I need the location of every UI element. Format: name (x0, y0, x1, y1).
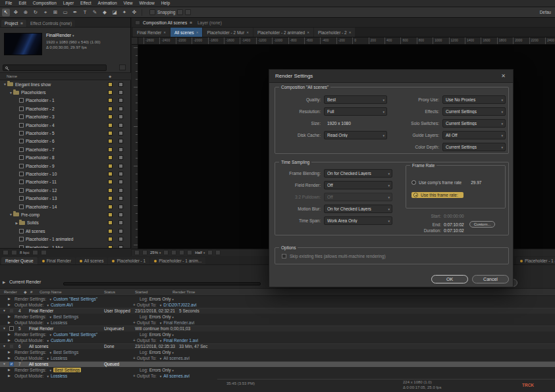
snapshot-icon[interactable] (179, 250, 184, 255)
twirl-icon[interactable]: ▶ (8, 367, 11, 373)
label-color-chip[interactable] (108, 212, 113, 217)
skip-existing-checkbox[interactable] (282, 254, 286, 258)
dropdown-caret-icon[interactable]: ▼ (46, 357, 49, 360)
tab-effect-controls[interactable]: Effect Controls (none) (27, 20, 75, 27)
rotation-tool-icon[interactable]: ↻ (32, 9, 40, 16)
tree-item[interactable]: All scenes (0, 227, 131, 235)
label-color-chip[interactable] (108, 172, 113, 176)
snapping-control[interactable]: Snapping (149, 9, 191, 15)
label-color-chip[interactable] (108, 107, 113, 111)
twirl-icon[interactable]: ▶ (8, 337, 11, 343)
use-this-frame-rate-radio[interactable] (413, 193, 418, 197)
log-value[interactable]: Errors Only (149, 368, 171, 372)
tree-item[interactable]: Placeholder - 1 animated (0, 235, 131, 243)
label-color-chip[interactable] (108, 180, 113, 184)
comp-tab-final-render[interactable]: Final Render✕ (133, 28, 170, 37)
resolution-select[interactable]: Full▾ (324, 107, 387, 116)
twirl-icon[interactable]: ▶ (8, 355, 11, 361)
dropdown-caret-icon[interactable]: ▼ (49, 369, 51, 372)
menu-item-help[interactable]: Help (158, 0, 173, 7)
delete-icon[interactable] (41, 250, 47, 255)
disk-cache-select[interactable]: Read Only▾ (324, 131, 387, 139)
tab-composition-viewer[interactable]: Composition All scenes ≡ (135, 20, 192, 25)
dropdown-caret-icon[interactable]: ▼ (159, 357, 162, 360)
frame-blending-select[interactable]: On for Checked Layers▾ (324, 169, 392, 178)
pan-behind-tool-icon[interactable]: ⊞ (51, 9, 59, 16)
workspace-button[interactable]: Defau (540, 10, 553, 14)
label-column-icon[interactable]: ◆ (109, 73, 111, 80)
type-tool-icon[interactable]: T (81, 9, 89, 16)
tree-item[interactable]: ▼Pre-comp (0, 210, 131, 218)
log-value[interactable]: Errors Only (149, 297, 171, 301)
tree-item[interactable]: Placeholder - 1 Mur (0, 243, 131, 248)
project-flowchart-icon[interactable] (119, 64, 126, 70)
queue-item-row[interactable]: ▼✓7All scenesQueued (0, 361, 555, 367)
eraser-tool-icon[interactable]: ◪ (111, 9, 119, 16)
dropdown-caret-icon[interactable]: ▼ (49, 316, 51, 319)
tree-item[interactable]: Placeholder - 7 (0, 145, 131, 153)
tab-layer-viewer[interactable]: Layer (none) (198, 20, 222, 25)
menu-item-file[interactable]: File (2, 0, 15, 7)
quality-select[interactable]: Best▾ (324, 95, 387, 104)
twirl-icon[interactable]: ▼ (3, 343, 6, 349)
dropdown-caret-icon[interactable]: ▼ (49, 333, 51, 337)
tree-item[interactable]: ▶Solids (0, 219, 131, 227)
dropdown-caret-icon[interactable]: ▼ (49, 351, 51, 355)
label-color-chip[interactable] (108, 220, 113, 225)
add-output-icon[interactable]: + (133, 320, 136, 325)
tree-item[interactable]: Placeholder - 12 (0, 186, 131, 194)
output-file-link[interactable]: D:\D20\TJ022.avi (163, 303, 196, 307)
add-output-icon[interactable]: + (133, 303, 136, 307)
tree-item[interactable]: Placeholder - 4 (0, 121, 131, 129)
tree-item[interactable]: Placeholder - 2 (0, 105, 131, 112)
dropdown-caret-icon[interactable]: ▾ (172, 333, 174, 337)
mask-visibility-icon[interactable] (171, 250, 176, 255)
effects-select[interactable]: Current Settings▾ (442, 107, 506, 116)
tab-project[interactable]: Project ≡ (1, 20, 26, 27)
label-color-chip[interactable] (108, 188, 113, 193)
time-span-select[interactable]: Work Area Only▾ (324, 216, 392, 225)
zoom-level-select[interactable]: 25%▾ (150, 251, 161, 255)
dropdown-caret-icon[interactable]: ▾ (172, 298, 174, 301)
twirl-icon[interactable]: ▼ (3, 82, 7, 86)
snap-option-2-icon[interactable] (185, 9, 191, 15)
snapping-icon[interactable] (149, 9, 155, 15)
label-color-chip[interactable] (108, 82, 113, 87)
grid-guides-icon[interactable] (163, 250, 169, 255)
queue-item-checkbox[interactable]: ✓ (9, 362, 14, 366)
tree-item[interactable]: Placeholder - 9 (0, 162, 131, 170)
twirl-icon[interactable]: ▼ (3, 326, 6, 331)
comp-family-icon[interactable] (142, 250, 147, 255)
twirl-icon[interactable]: ▶ (8, 302, 11, 308)
label-color-chip[interactable] (108, 147, 113, 152)
tree-item[interactable]: Placeholder - 1 (0, 97, 131, 105)
use-comp-frame-rate-radio[interactable] (411, 180, 416, 185)
menu-item-edit[interactable]: Edit (15, 0, 29, 7)
always-preview-icon[interactable] (134, 250, 140, 255)
project-bit-depth[interactable]: 8 bpc (20, 251, 30, 255)
output-file-link[interactable]: All scenes.avi (163, 374, 190, 378)
comp-tab-placeholder-2-animated[interactable]: Placeholder - 2 animated✕ (253, 28, 313, 37)
dropdown-caret-icon[interactable]: ▾ (172, 351, 174, 355)
menu-item-effect[interactable]: Effect (77, 0, 95, 7)
tree-item[interactable]: Placeholder - 5 (0, 129, 131, 137)
zoom-tool-icon[interactable]: ⊕ (22, 9, 30, 16)
queue-item-row[interactable]: ▼5Final RenderUnqueuedWill continue from… (0, 326, 555, 331)
label-color-chip[interactable] (108, 131, 113, 135)
menu-item-layer[interactable]: Layer (60, 0, 77, 7)
ok-button[interactable]: OK (431, 275, 468, 283)
hand-tool-icon[interactable]: ✥ (12, 9, 20, 16)
queue-tab-all-scenes[interactable]: All scenes (76, 257, 108, 264)
new-composition-icon[interactable] (32, 250, 38, 255)
tree-item[interactable]: Placeholder - 3 (0, 113, 131, 121)
tree-item[interactable]: Placeholder - 14 (0, 203, 131, 210)
close-icon[interactable]: ✕ (500, 73, 507, 79)
dropdown-caret-icon[interactable]: ▾ (172, 369, 174, 372)
label-color-chip[interactable] (108, 98, 113, 103)
menu-item-window[interactable]: Window (136, 0, 158, 7)
queue-tab-placeholder-1-a[interactable]: Placeholder - 1 a... (516, 257, 555, 264)
output-module-template-link[interactable]: Lossless (51, 374, 67, 378)
queue-item-row[interactable]: ▼4Final RenderUser Stopped23/11/2018, 02… (0, 308, 555, 314)
queue-tab-render-queue[interactable]: Render Queue (1, 257, 38, 264)
menu-item-view[interactable]: View (120, 0, 136, 7)
